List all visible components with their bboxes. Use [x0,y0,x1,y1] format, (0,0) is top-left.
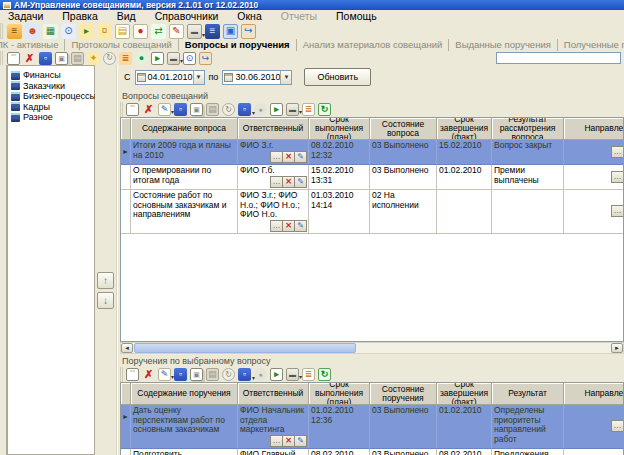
panel-splitter[interactable] [95,65,117,455]
clear-icon[interactable] [87,52,100,65]
column-header[interactable]: Результат рассмотрения вопроса [492,118,564,140]
column-header[interactable]: Срок выполнения (план) [309,118,370,140]
table-row[interactable]: Состояние работ по основным заказчикам и… [121,190,623,234]
table-row[interactable]: Подготовить предложения по сокращению из… [121,449,623,455]
sidebar-item[interactable]: Финансы [11,70,94,81]
globe-icon[interactable] [135,52,148,65]
copy-icon[interactable] [190,103,203,116]
export-icon[interactable] [270,103,283,116]
move-down-button[interactable] [97,292,114,309]
horizontal-scrollbar[interactable]: ◄ ► [120,342,624,354]
column-header[interactable]: Результат [492,383,564,405]
edit-doc-icon[interactable] [169,24,184,39]
edit-icon[interactable] [158,103,171,116]
open-button[interactable] [294,220,307,232]
refresh-icon[interactable] [318,368,331,381]
add-icon[interactable] [126,368,139,381]
chevron-down-icon[interactable]: ▼ [193,71,204,84]
import-icon[interactable] [79,24,94,39]
tree-icon[interactable] [302,368,315,381]
save-icon[interactable] [174,103,187,116]
menu-item[interactable]: Правка [54,10,105,23]
date-to-field[interactable]: 30.06.2010 ▼ [222,70,292,85]
column-header[interactable]: Содержание вопроса [131,118,238,140]
tab[interactable]: Выданные поручения [449,39,558,51]
column-header[interactable]: Ответственный [238,383,309,405]
column-header[interactable]: Направление работ [564,383,624,405]
edit-icon[interactable] [158,368,171,381]
history-icon[interactable] [103,52,116,65]
save-icon[interactable] [174,368,187,381]
export-icon[interactable] [151,52,164,65]
assignments-icon[interactable] [25,24,40,39]
paste-icon[interactable] [206,103,219,116]
chevron-down-icon[interactable]: ▼ [280,71,291,84]
menu-item[interactable]: Отчеты [273,10,325,23]
tasks-icon[interactable] [7,24,22,39]
save-icon[interactable] [39,52,52,65]
scroll-left-icon[interactable]: ◄ [121,343,133,353]
column-header[interactable]: Срок выполнения (план) [309,383,370,405]
paste-icon[interactable] [71,52,84,65]
sidebar-item[interactable]: Бизнес-процессы [11,91,94,102]
refresh-mail-icon[interactable] [151,24,166,39]
print-icon[interactable] [187,24,202,39]
copy-icon[interactable] [190,368,203,381]
delete-icon[interactable] [142,103,155,116]
paste-icon[interactable] [206,368,219,381]
refresh-button[interactable]: Обновить [304,68,371,86]
scroll-right-icon[interactable]: ► [611,343,623,353]
print-icon[interactable] [286,368,299,381]
savelist-icon[interactable] [238,368,251,381]
history-icon[interactable] [222,368,235,381]
open-button[interactable] [294,435,307,447]
tab[interactable]: Вопросы и поручения [179,39,297,51]
column-header[interactable]: Содержание поручения [131,383,238,405]
menu-item[interactable]: Задачи [0,10,51,23]
calendar-icon[interactable] [137,73,146,82]
tab[interactable]: ПК - активные [0,39,65,51]
add-icon[interactable] [126,103,139,116]
tree-icon[interactable] [302,103,315,116]
deadline-icon[interactable] [133,24,148,39]
table-icon[interactable] [43,24,58,39]
refresh-icon[interactable] [318,103,331,116]
tab[interactable]: Протоколы совещаний [65,39,178,51]
table-row[interactable]: О премировании по итогам года ФИО Г.б. 1… [121,165,623,190]
sidebar-item[interactable]: Разное [11,112,94,123]
close-icon[interactable] [199,52,212,65]
date-from-field[interactable]: 04.01.2010 ▼ [135,70,205,85]
delete-icon[interactable] [142,368,155,381]
window-icon[interactable] [223,24,238,39]
finance-icon[interactable] [97,24,112,39]
move-up-button[interactable] [97,272,114,289]
menu-item[interactable]: Справочники [147,10,227,23]
tab[interactable]: Полученные поручения [558,39,624,51]
column-header[interactable]: Ответственный [238,118,309,140]
new-icon[interactable] [7,52,20,65]
circle-icon[interactable] [254,368,267,381]
preview-icon[interactable] [183,52,196,65]
savelist-icon[interactable] [238,103,251,116]
tab[interactable]: Анализ материалов совещаний [297,39,450,51]
open-button[interactable] [294,176,307,188]
document-icon[interactable] [115,24,130,39]
calendar-icon[interactable] [224,73,233,82]
list-icon[interactable] [119,52,132,65]
table-row[interactable]: Итоги 2009 года и планы на 2010 ФИО З.г.… [121,140,623,165]
search-icon[interactable] [61,24,76,39]
print-icon[interactable] [286,103,299,116]
menu-item[interactable]: Помощь [328,10,385,23]
scrollbar-thumb[interactable] [134,343,356,353]
journal-icon[interactable] [205,24,220,39]
table-row[interactable]: Дать оценку перспективам работ по основн… [121,405,623,449]
delete-icon[interactable] [23,52,36,65]
export-icon[interactable] [270,368,283,381]
column-header[interactable]: Состояние вопроса [370,118,437,140]
print-icon[interactable] [167,52,180,65]
sidebar-item[interactable]: Кадры [11,102,94,113]
column-header[interactable]: Срок завершения (факт) [437,118,492,140]
sidebar-item[interactable]: Заказчики [11,81,94,92]
column-header[interactable]: Направление работ [564,118,624,140]
menu-item[interactable]: Окна [229,10,269,23]
